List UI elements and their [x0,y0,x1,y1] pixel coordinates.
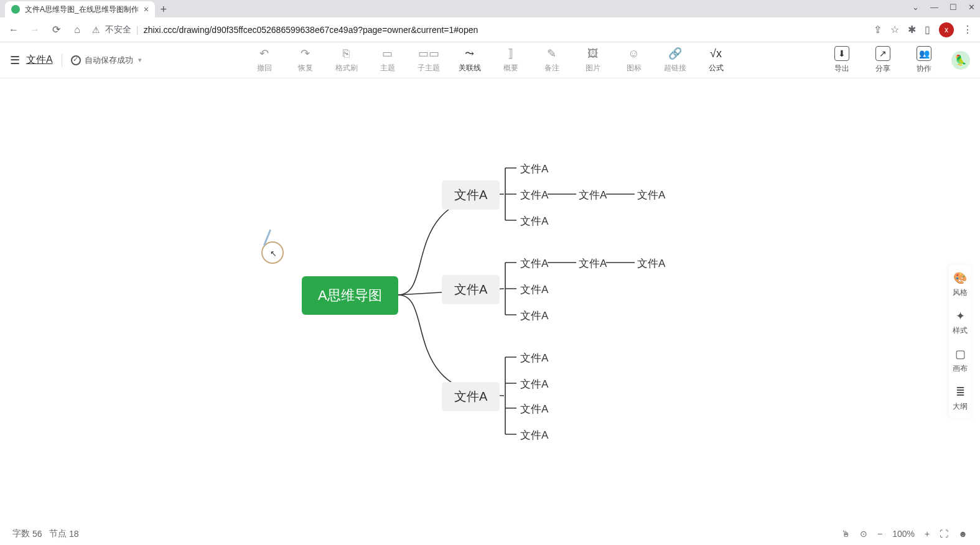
tool-icon: ⤳ [465,47,474,60]
help-icon[interactable]: ☻ [958,529,968,539]
leaf-node[interactable]: 文件A [637,188,665,202]
browser-tab[interactable]: 文件A思维导图_在线思维导图制作 × [5,1,155,17]
back-button[interactable]: ← [7,24,20,35]
leaf-node[interactable]: 文件A [520,428,548,442]
tool-概要[interactable]: ⟧概要 [497,47,525,73]
branch-node[interactable]: 文件A [442,382,500,411]
side-画布[interactable]: ▢画布 [953,347,968,374]
extensions-icon[interactable]: ✱ [908,24,916,35]
leaf-node[interactable]: 文件A [520,162,548,176]
window-minimize-icon[interactable]: — [930,2,938,12]
share-url-icon[interactable]: ⇪ [874,24,882,35]
leaf-node[interactable]: 文件A [579,256,607,271]
tool-备注[interactable]: ✎备注 [538,47,566,73]
mouse-mode-icon[interactable]: 🖱 [841,529,850,539]
home-button[interactable]: ⌂ [71,24,83,35]
leaf-node[interactable]: 文件A [579,188,607,202]
branch-node[interactable]: 文件A [442,180,500,210]
action-icon: ↗ [875,46,890,61]
word-count-label: 字数 [12,528,30,539]
profile-badge[interactable]: x [939,22,954,37]
file-name[interactable]: 文件A [26,54,53,67]
tool-恢复[interactable]: ↷恢复 [292,47,319,73]
tool-icon: √x [710,47,722,60]
side-icon: ≣ [956,385,965,399]
side-icon: 🎨 [953,271,967,285]
autosave-status[interactable]: 自动保存成功 ▾ [71,55,142,66]
side-大纲[interactable]: ≣大纲 [953,385,968,412]
action-导出[interactable]: ⬇导出 [828,46,856,74]
locate-icon[interactable]: ⊙ [860,529,867,539]
action-协作[interactable]: 👥协作 [910,46,938,74]
bookmark-icon[interactable]: ☆ [890,24,899,35]
leaf-node[interactable]: 文件A [520,214,548,228]
branch-node[interactable]: 文件A [442,275,500,304]
tool-子主题[interactable]: ▭▭子主题 [415,47,442,73]
action-label: 协作 [917,63,931,74]
tool-icon: ▭▭ [418,47,439,60]
tool-关联线[interactable]: ⤳关联线 [456,47,483,73]
side-icon: ▢ [955,347,966,361]
tool-icon: ✎ [547,47,556,60]
leaf-node[interactable]: 文件A [520,377,548,391]
tool-主题[interactable]: ▭主题 [374,47,401,73]
tool-格式刷[interactable]: ⎘格式刷 [333,47,360,73]
tool-图片[interactable]: 🖼图片 [579,47,607,73]
forward-button[interactable]: → [29,24,41,35]
side-label: 风格 [953,287,968,298]
tool-超链接[interactable]: 🔗超链接 [661,47,689,73]
node-count-label: 节点 [49,528,67,539]
window-dropdown-icon[interactable]: ⌄ [912,2,919,12]
user-avatar[interactable]: 🦜 [951,51,970,70]
tool-label: 超链接 [664,63,686,73]
tool-图标[interactable]: ☺图标 [620,47,648,73]
side-label: 样式 [953,325,968,336]
new-tab-button[interactable]: + [155,1,172,17]
mindmap-canvas[interactable]: A思维导图 文件A 文件A 文件A 文件A 文件A 文件A 文件A 文件A 文件… [0,78,980,539]
side-样式[interactable]: ✦样式 [953,309,968,336]
check-circle-icon [71,55,81,65]
tool-label: 主题 [380,63,395,73]
window-maximize-icon[interactable]: ☐ [950,2,957,12]
tool-label: 图标 [627,63,642,73]
tool-label: 公式 [709,63,724,73]
side-风格[interactable]: 🎨风格 [953,271,968,298]
zoom-in-button[interactable]: + [925,529,930,539]
address-bar[interactable]: ⚠ 不安全 | zhixi.ccc/drawing/d90f35ffcec052… [92,24,865,35]
kebab-menu-icon[interactable]: ⋮ [963,24,973,35]
tool-icon: 🔗 [668,47,682,60]
leaf-node[interactable]: 文件A [520,309,548,323]
root-node[interactable]: A思维导图 [302,276,398,315]
reload-button[interactable]: ⟳ [50,24,62,35]
word-count-value: 56 [32,529,42,539]
fit-screen-icon[interactable]: ⛶ [940,529,948,539]
warning-icon: ⚠ [92,25,100,35]
hamburger-menu-icon[interactable]: ☰ [10,54,20,67]
action-分享[interactable]: ↗分享 [869,46,897,74]
tool-label: 概要 [503,63,518,73]
tool-label: 子主题 [418,63,440,73]
tool-icon: ↶ [259,47,269,60]
node-count-value: 18 [69,529,79,539]
sidepanel-icon[interactable]: ▯ [925,24,930,35]
url-text: zhixi.ccc/drawing/d90f35ffcec05268659963… [144,25,478,35]
side-label: 大纲 [953,401,968,412]
tool-label: 撤回 [257,63,272,73]
tool-icon: ☺ [628,47,639,60]
favicon-icon [11,5,20,14]
leaf-node[interactable]: 文件A [520,256,548,271]
tool-icon: ▭ [382,47,393,60]
close-tab-icon[interactable]: × [144,4,149,14]
zoom-level[interactable]: 100% [892,529,915,539]
tool-公式[interactable]: √x公式 [702,47,730,73]
zoom-out-button[interactable]: − [877,529,882,539]
leaf-node[interactable]: 文件A [637,256,665,271]
leaf-node[interactable]: 文件A [520,282,548,297]
action-label: 导出 [834,63,849,74]
tool-icon: ↷ [301,47,310,60]
leaf-node[interactable]: 文件A [520,188,548,202]
leaf-node[interactable]: 文件A [520,351,548,365]
leaf-node[interactable]: 文件A [520,402,548,416]
tool-撤回[interactable]: ↶撤回 [251,47,278,73]
window-close-icon[interactable]: ✕ [968,2,975,12]
